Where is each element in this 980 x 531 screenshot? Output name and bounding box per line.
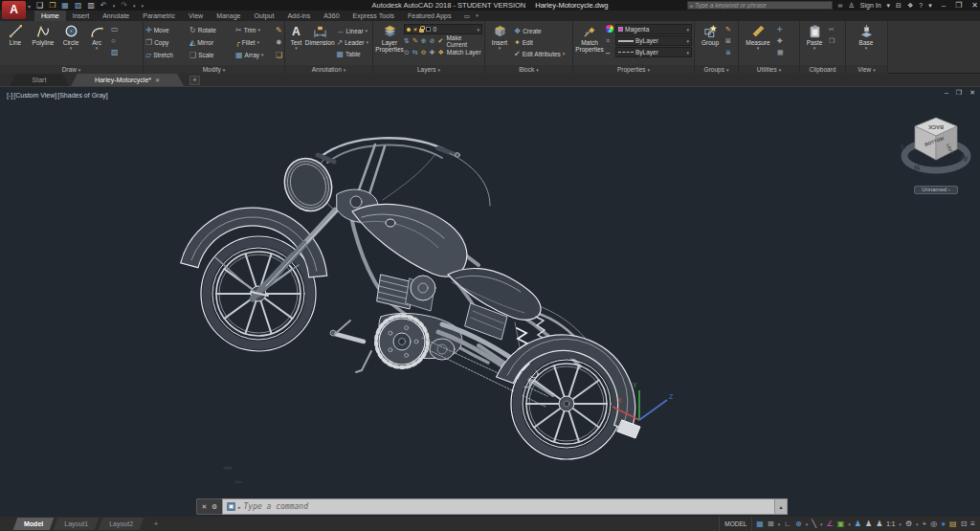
visual-style-control[interactable]: [Shades of Gray] [57,92,108,99]
polar-dropdown[interactable]: ▾ [806,521,809,527]
text-button[interactable]: Text▾ [287,22,305,51]
sign-in-person-icon[interactable]: ♙ [849,2,855,10]
leader-button[interactable]: ↗Leader▾ [337,36,368,48]
annotation-scale-value[interactable]: 1:1 [886,520,895,527]
command-close-icon[interactable]: ✕ [202,503,208,511]
panel-label-modify[interactable]: Modify▾ [144,65,284,74]
linear-button[interactable]: ↔Linear▾ [337,25,368,36]
tab-a360[interactable]: A360 [317,11,345,21]
match-properties-button[interactable]: Match Properties [575,22,604,53]
application-menu-dropdown[interactable]: ▾ [28,3,31,10]
layer-tool-icon[interactable]: ⇅ [404,37,410,45]
qat-customize-dropdown[interactable]: ▾ [141,3,144,9]
lineweight-combo[interactable]: ByLayer▾ [615,35,692,46]
linetype-combo[interactable]: ByLayer▾ [615,47,692,57]
edit-block-button[interactable]: ✦Edit [514,36,565,48]
redo-icon[interactable]: ↷ [121,0,127,11]
polar-tracking-icon[interactable]: ⊕ [795,517,802,531]
paste-button[interactable]: Paste▾ [802,22,827,51]
panel-label-layers[interactable]: Layers▾ [373,65,484,74]
linetype-icon[interactable]: ┅ [606,49,613,57]
tab-manage[interactable]: Manage [210,11,247,21]
panel-label-utilities[interactable]: Utilities▾ [739,65,799,74]
model-space-indicator[interactable]: MODEL [719,517,752,531]
viewport-menu-control[interactable]: [-] [7,92,12,99]
snap-dropdown[interactable]: ▾ [778,521,781,527]
group-manager-icon[interactable]: ≣ [725,48,731,56]
create-block-button[interactable]: ❖Create [514,25,565,36]
group-button[interactable]: Group [697,22,724,46]
tab-insert[interactable]: Insert [66,11,97,21]
layer-tool-icon[interactable]: ✎ [412,37,418,45]
trim-button[interactable]: ✂Trim▾ [235,24,276,36]
stretch-button[interactable]: ▱Stretch [145,49,189,61]
viewcube[interactable]: N W E BACK BOTTOM LEFT [896,104,976,185]
layer-on-bulb-icon[interactable] [407,28,411,32]
motorcycle-wireframe[interactable]: X Y Z [0,87,980,518]
line-button[interactable]: Line [2,22,29,46]
measure-button[interactable]: Measure▾ [741,22,775,51]
array-button[interactable]: ▦Array▾ [235,49,276,61]
workspace-dropdown[interactable]: ▾ [916,521,919,527]
layout-tab-model[interactable]: Model [13,517,54,531]
save-as-icon[interactable]: ▧ [75,0,82,11]
ribbon-toggle-icon[interactable]: ▭ [464,11,471,21]
tab-annotate[interactable]: Annotate [96,11,136,21]
explode-button[interactable]: ✸ [276,36,285,49]
panel-label-draw[interactable]: Draw▾ [0,65,143,74]
sign-in-label[interactable]: Sign In [860,2,881,9]
restore-button[interactable]: ❐ [955,1,962,10]
hatch-icon[interactable]: ▨ [111,48,119,56]
close-button[interactable]: ✕ [971,1,978,10]
ungroup-icon[interactable]: ⊠ [725,36,731,45]
annotation-scale-icon[interactable]: ♟ [876,517,882,531]
base-view-button[interactable]: Base▾ [848,22,884,51]
panel-label-clipboard[interactable]: Clipboard [800,65,845,74]
doc-close-button[interactable]: ✕ [969,89,975,97]
redo-dropdown[interactable]: ▾ [133,3,136,9]
application-menu-button[interactable]: A [2,1,26,19]
layer-thaw-sun-icon[interactable]: ☀ [412,27,417,33]
ellipse-icon[interactable]: ○ [111,36,119,45]
exchange-apps-icon[interactable]: ❖ [907,2,913,10]
layer-tool-icon[interactable]: ✚ [430,49,435,56]
object-snap-tracking-icon[interactable]: ∠ [827,517,834,531]
isometric-dropdown[interactable]: ▾ [820,521,823,527]
layer-tool-icon[interactable]: ⊕ [421,37,427,45]
panel-label-properties[interactable]: Properties▾ [573,65,694,74]
snap-mode-icon[interactable]: ⊞ [768,517,774,531]
workspace-gear-icon[interactable]: ⚙ [905,517,912,531]
command-input[interactable] [244,502,770,511]
make-current-button[interactable]: Make Current [446,34,482,48]
new-file-icon[interactable]: ❏ [36,0,43,11]
quick-calc-icon[interactable]: ▦ [777,48,784,56]
fillet-button[interactable]: ╭Fillet▾ [235,36,276,49]
annotation-autoscale-icon[interactable]: ♟ [865,517,872,531]
layer-tool-icon[interactable]: ⊖ [421,49,427,56]
doc-minimize-button[interactable]: – [945,89,948,97]
circle-button[interactable]: Circle▾ [57,22,84,51]
layer-color-swatch[interactable] [426,27,431,32]
graphics-performance-icon[interactable]: ● [941,517,946,531]
file-tab-close-icon[interactable]: ✕ [155,77,160,83]
erase-button[interactable]: ✎ [276,24,285,36]
viewcube-back-label[interactable]: BACK [928,124,944,130]
panel-label-block[interactable]: Block▾ [485,65,572,74]
layer-properties-button[interactable]: Layer Properties [375,22,404,53]
file-tab-start[interactable]: Start [10,74,69,86]
insert-block-button[interactable]: Insert▾ [487,22,512,51]
id-point-icon[interactable]: ✛ [777,25,784,33]
layer-combo-dropdown[interactable]: ▾ [477,27,479,33]
save-icon[interactable]: ▦ [61,0,69,11]
tab-view[interactable]: View [182,11,210,21]
named-view-button[interactable]: Unnamed ▾ [914,186,958,194]
polyline-button[interactable]: Polyline [29,22,57,46]
object-color-combo[interactable]: Magenta▾ [615,24,692,34]
isometric-drafting-icon[interactable]: ╲ [812,517,816,531]
plot-icon[interactable]: ▥ [87,0,95,11]
point-icon[interactable]: ✚ [777,36,784,45]
layer-select-combo[interactable]: ☀ 0 ▾ [404,24,482,34]
undo-icon[interactable]: ↶ [100,0,107,11]
lineweight-icon[interactable]: ≡ [606,36,613,45]
search-input[interactable] [695,2,828,9]
